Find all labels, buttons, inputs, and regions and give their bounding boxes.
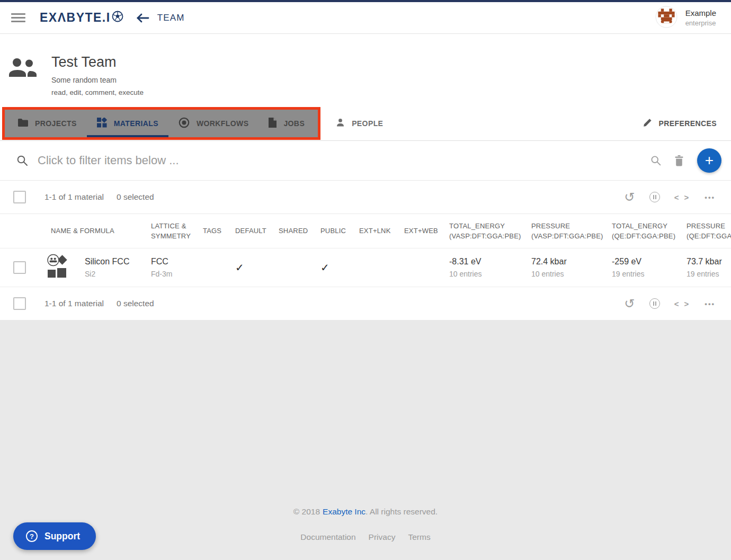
material-name: Silicon FCC <box>85 257 129 266</box>
pagination-selected-count-bottom: 0 selected <box>117 299 154 308</box>
col-pressure-vasp[interactable]: PRESSURE (VASP:DFT:GGA:PBE) <box>524 221 605 242</box>
tab-workflows-label: WORKFLOWS <box>197 119 248 128</box>
public-checkmark-icon: ✓ <box>314 261 353 274</box>
page-title: TEAM <box>157 13 185 23</box>
app-window: EXΛBYTE.I TEAM <box>0 0 731 560</box>
pause-icon[interactable] <box>649 298 660 309</box>
col-ext-lnk[interactable]: EXT+LNK <box>353 226 397 236</box>
back-arrow-icon[interactable] <box>136 13 149 23</box>
logo-text: EXΛBYTE.I <box>40 11 111 25</box>
add-material-button[interactable]: + <box>697 148 721 173</box>
radio-target-icon <box>179 117 190 130</box>
refresh-undo-icon[interactable]: ↺ <box>625 297 635 310</box>
copyright-suffix: . All rights reserved. <box>366 507 438 516</box>
link-terms[interactable]: Terms <box>408 532 430 542</box>
tab-preferences[interactable]: PREFERENCES <box>633 106 727 140</box>
plus-icon: + <box>705 153 714 168</box>
pressure-vasp-value: 72.4 kbar <box>531 257 605 266</box>
col-name-formula[interactable]: NAME & FORMULA <box>33 226 143 236</box>
col-lattice-symmetry[interactable]: LATTICE & SYMMETRY <box>143 221 196 242</box>
pressure-qe-entries: 19 entries <box>687 270 731 278</box>
tab-jobs[interactable]: JOBS <box>258 110 315 137</box>
col-shared[interactable]: SHARED <box>271 226 314 236</box>
more-options-icon[interactable]: ••• <box>705 300 715 308</box>
material-symmetry: Fd-3m <box>151 270 196 278</box>
default-checkmark-icon: ✓ <box>229 261 271 274</box>
col-total-energy-vasp[interactable]: TOTAL_ENERGY (VASP:DFT:GGA:PBE) <box>443 221 524 242</box>
tab-people[interactable]: PEOPLE <box>326 106 393 140</box>
help-icon: ? <box>26 530 38 542</box>
total-energy-qe-value: -259 eV <box>612 257 680 266</box>
hamburger-menu-icon[interactable] <box>11 11 25 24</box>
pagination-range: 1-1 of 1 material <box>44 192 104 202</box>
col-public[interactable]: PUBLIC <box>314 226 353 236</box>
user-name: Example <box>685 8 716 17</box>
select-all-checkbox[interactable] <box>13 191 26 203</box>
col-tags[interactable]: TAGS <box>196 226 229 236</box>
team-description: Some random team <box>51 76 144 84</box>
pencil-icon <box>643 118 652 129</box>
tab-projects[interactable]: PROJECTS <box>8 110 87 137</box>
filter-input[interactable]: Click to filter items below ... <box>38 154 650 167</box>
exabyte-logo[interactable]: EXΛBYTE.I <box>40 10 124 26</box>
active-tab-underline <box>87 135 168 137</box>
total-energy-qe-entries: 19 entries <box>612 270 680 278</box>
team-header: Test Team Some random team read, edit, c… <box>0 34 731 106</box>
search-button[interactable] <box>650 155 661 166</box>
pause-icon[interactable] <box>649 192 660 202</box>
material-lattice: FCC <box>151 257 196 266</box>
folder-icon <box>18 119 28 128</box>
refresh-undo-icon[interactable]: ↺ <box>625 191 635 203</box>
link-privacy[interactable]: Privacy <box>369 532 396 542</box>
delete-trash-button[interactable] <box>674 155 684 166</box>
pagination-row-top: 1-1 of 1 material 0 selected ↺ < > ••• <box>0 181 731 214</box>
logo-globe-icon <box>111 10 124 26</box>
col-total-energy-qe[interactable]: TOTAL_ENERGY (QE:DFT:GGA:PBE) <box>605 221 680 242</box>
company-link[interactable]: Exabyte Inc <box>323 507 366 516</box>
pressure-qe-value: 73.7 kbar <box>687 257 731 266</box>
tab-bar: PROJECTS MATERIALS WORKFLOWS JOBS <box>0 106 731 141</box>
total-energy-vasp-entries: 10 entries <box>449 270 524 278</box>
tab-workflows[interactable]: WORKFLOWS <box>168 110 258 137</box>
more-options-icon[interactable]: ••• <box>705 193 715 201</box>
col-ext-web[interactable]: EXT+WEB <box>397 226 443 236</box>
support-label: Support <box>44 531 80 542</box>
col-pressure-qe[interactable]: PRESSURE (QE:DFT:GGA:PBE) <box>680 221 731 242</box>
pagination-selected-count: 0 selected <box>117 192 154 202</box>
document-icon <box>269 118 277 129</box>
support-button[interactable]: ? Support <box>13 522 96 550</box>
tab-people-label: PEOPLE <box>352 119 383 128</box>
copyright-prefix: © 2018 <box>293 507 320 516</box>
legal-links: Documentation Privacy Terms <box>0 532 731 542</box>
material-formula: Si2 <box>85 270 129 278</box>
annotation-highlight-box: PROJECTS MATERIALS WORKFLOWS JOBS <box>2 107 320 140</box>
topbar: EXΛBYTE.I TEAM <box>0 2 731 34</box>
tab-jobs-label: JOBS <box>283 119 305 128</box>
user-account-type: enterprise <box>685 19 716 27</box>
team-people-icon <box>8 57 38 83</box>
pressure-vasp-entries: 10 entries <box>531 270 605 278</box>
account-menu[interactable]: Example enterprise <box>655 6 716 30</box>
team-title: Test Team <box>51 54 144 70</box>
code-brackets-icon[interactable]: < > <box>674 299 691 308</box>
tab-materials[interactable]: MATERIALS <box>87 110 168 137</box>
table-header-row: NAME & FORMULA LATTICE & SYMMETRY TAGS D… <box>0 214 731 248</box>
copyright-line: © 2018Exabyte Inc. All rights reserved. <box>0 321 731 517</box>
pagination-range-bottom: 1-1 of 1 material <box>44 299 104 308</box>
page-footer-area: © 2018Exabyte Inc. All rights reserved. … <box>0 321 731 559</box>
filter-bar: Click to filter items below ... + <box>0 141 731 181</box>
row-checkbox[interactable] <box>13 261 26 274</box>
link-documentation[interactable]: Documentation <box>300 532 355 542</box>
col-default[interactable]: DEFAULT <box>229 226 271 236</box>
pagination-row-bottom: 1-1 of 1 material 0 selected ↺ < > ••• <box>0 287 731 321</box>
table-row[interactable]: Silicon FCC Si2 FCC Fd-3m ✓ ✓ -8.31 eV 1… <box>0 248 731 287</box>
person-icon <box>336 118 345 129</box>
code-brackets-icon[interactable]: < > <box>674 193 691 202</box>
avatar <box>655 6 677 30</box>
search-icon <box>16 155 28 166</box>
material-blocks-icon <box>46 253 71 282</box>
team-permissions: read, edit, comment, execute <box>51 88 144 96</box>
materials-widgets-icon <box>97 118 107 129</box>
select-all-checkbox-bottom[interactable] <box>13 297 26 310</box>
tab-projects-label: PROJECTS <box>35 119 77 128</box>
